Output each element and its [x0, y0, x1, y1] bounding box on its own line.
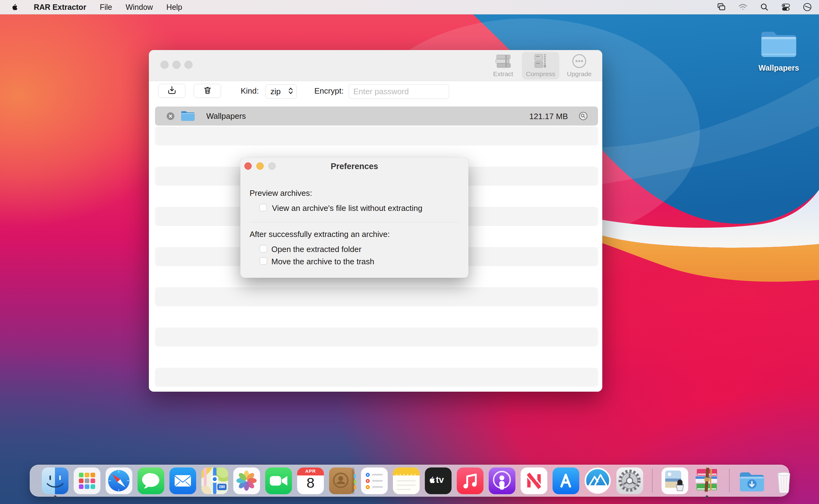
wifi-icon[interactable]	[738, 2, 748, 12]
zoom-button[interactable]	[184, 61, 192, 69]
options-toolbar: Kind: zip Encrypt:	[149, 81, 602, 102]
dock-finder-icon[interactable]	[41, 466, 70, 495]
dock-contacts-icon[interactable]	[328, 466, 357, 495]
dock-rar-extractor-icon[interactable]	[692, 466, 721, 495]
dock-separator	[729, 469, 730, 493]
folder-icon	[759, 56, 798, 61]
preview-checkbox[interactable]	[259, 204, 267, 211]
screen: RAR Extractor File Window Help	[0, 0, 819, 504]
compress-button[interactable]: Compress	[522, 52, 559, 79]
open-folder-checkbox[interactable]	[260, 245, 267, 252]
calendar-day: 8	[296, 474, 325, 491]
maps-route-badge: 280	[217, 484, 227, 490]
delete-button[interactable]	[194, 84, 221, 98]
import-button[interactable]	[158, 84, 185, 98]
menu-bar: RAR Extractor File Window Help	[0, 0, 819, 14]
control-center-icon[interactable]	[781, 2, 791, 12]
dock-calendar-icon[interactable]: APR 8	[296, 466, 325, 495]
dock-podcasts-icon[interactable]	[487, 466, 517, 495]
preview-option-label: View an archive's file list without extr…	[272, 204, 422, 213]
upgrade-button[interactable]: Upgrade	[561, 52, 598, 79]
inspect-icon[interactable]	[579, 112, 588, 122]
encrypt-label: Encrypt:	[314, 86, 344, 96]
trash-icon	[203, 85, 212, 96]
desktop-folder-wallpapers[interactable]: Wallpapers	[754, 29, 803, 72]
dock-messages-icon[interactable]	[136, 466, 165, 495]
import-icon	[167, 85, 177, 96]
dock-music-icon[interactable]	[456, 466, 485, 495]
dock: 280	[30, 465, 789, 497]
dock-launchpad-icon[interactable]	[72, 466, 102, 495]
dock-app-store-icon[interactable]	[551, 466, 580, 495]
apple-menu-icon[interactable]	[10, 2, 20, 12]
extract-label: Extract	[493, 70, 513, 79]
menu-window[interactable]: Window	[126, 3, 153, 12]
clock-icon[interactable]	[802, 2, 812, 12]
kind-value: zip	[266, 87, 288, 96]
archive-name: Wallpapers	[206, 111, 246, 121]
kind-label: Kind:	[241, 86, 259, 96]
compress-label: Compress	[526, 70, 555, 79]
dock-downloads-icon[interactable]	[737, 466, 767, 495]
extract-button[interactable]: Extract	[484, 52, 522, 79]
preferences-dialog: Preferences Preview archives: View an ar…	[240, 158, 468, 278]
dock-reminders-icon[interactable]	[360, 466, 389, 495]
archive-size: 121.17 MB	[529, 112, 568, 121]
stepper-icon	[288, 87, 297, 96]
kind-select[interactable]: zip	[265, 84, 297, 99]
dock-news-icon[interactable]	[519, 466, 549, 495]
menu-app-name[interactable]: RAR Extractor	[34, 3, 86, 12]
close-button[interactable]	[161, 61, 169, 69]
open-folder-label: Open the extracted folder	[271, 245, 361, 254]
prefs-title: Preferences	[240, 162, 468, 171]
dock-apple-tv-icon[interactable]: tv	[424, 466, 453, 495]
menu-file[interactable]: File	[100, 3, 112, 12]
upgrade-label: Upgrade	[567, 70, 592, 79]
dock-preview-icon[interactable]	[660, 466, 689, 495]
list-row[interactable]	[155, 126, 598, 145]
move-trash-checkbox[interactable]	[260, 257, 267, 265]
window-titlebar[interactable]: Extract Compress	[149, 50, 602, 81]
upgrade-icon	[571, 52, 587, 69]
calendar-month: APR	[296, 468, 325, 474]
list-row[interactable]	[155, 368, 598, 387]
dock-photos-icon[interactable]	[232, 466, 261, 495]
move-trash-label: Move the archive to the trash	[271, 257, 374, 266]
compress-icon	[532, 52, 549, 69]
tv-glyph: tv	[436, 475, 444, 485]
row-folder-icon	[180, 110, 195, 124]
rar-running-indicator	[706, 495, 708, 498]
search-icon[interactable]	[759, 2, 769, 12]
after-section-label: After successfully extracting an archive…	[250, 230, 390, 239]
dock-trash-icon[interactable]	[769, 466, 798, 495]
dock-facetime-icon[interactable]	[264, 466, 293, 495]
extract-icon	[494, 52, 512, 69]
minimize-button[interactable]	[173, 61, 180, 69]
stacked-windows-icon[interactable]	[716, 2, 726, 12]
password-input[interactable]	[349, 84, 449, 99]
dock-safari-icon[interactable]	[104, 466, 134, 495]
dock-separator	[652, 469, 653, 493]
list-row[interactable]	[155, 328, 598, 347]
preview-section-label: Preview archives:	[250, 188, 312, 198]
archive-row-wallpapers[interactable]: Wallpapers 121.17 MB	[155, 107, 598, 126]
dock-app-cleaner-icon[interactable]	[583, 466, 612, 495]
list-row[interactable]	[155, 287, 598, 306]
dock-maps-icon[interactable]: 280	[200, 466, 229, 495]
finder-running-indicator	[54, 495, 56, 498]
prefs-divider	[250, 222, 459, 222]
remove-item-icon[interactable]	[166, 112, 175, 122]
dock-notes-icon[interactable]	[392, 466, 421, 495]
menu-help[interactable]: Help	[166, 3, 182, 12]
desktop-folder-label: Wallpapers	[754, 64, 803, 72]
dock-mail-icon[interactable]	[168, 466, 197, 495]
dock-system-preferences-icon[interactable]	[615, 466, 644, 495]
